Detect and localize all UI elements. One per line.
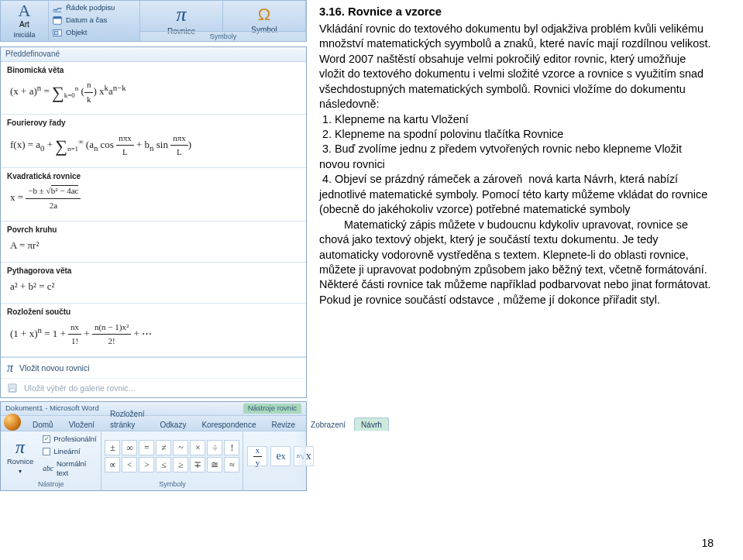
symbol-cell[interactable]: ÷: [207, 440, 222, 455]
window-header: Dokument1 - Microsoft Word Nástroje rovn…: [1, 402, 306, 416]
eq-formula: (x + a)n = ∑k=0n (nk) xkan−k: [7, 78, 300, 106]
date-time-button[interactable]: Datum a čas: [52, 15, 136, 26]
dropcap-label[interactable]: Iniciála: [13, 30, 35, 40]
checkbox-icon: [43, 448, 50, 455]
eq-formula: (1 + x)n = 1 + nx1! + n(n − 1)x²2! + ⋯: [7, 321, 300, 349]
doc-title: Dokument1 - Microsoft Word: [5, 404, 99, 414]
opt-normal-text[interactable]: abc Normální text: [43, 459, 98, 479]
pi-icon: π: [15, 438, 25, 456]
symbol-cell[interactable]: =: [139, 440, 154, 455]
eq-item-sum-expansion[interactable]: Rozložení součtu (1 + x)n = 1 + nx1! + n…: [1, 304, 306, 357]
equation-dropdown[interactable]: π Rovnice ▾: [4, 438, 36, 476]
eq-item-pythagoras[interactable]: Pythagorova věta a² + b² = c²: [1, 263, 306, 304]
symbol-cell[interactable]: ∓: [190, 457, 205, 472]
pi-icon: π: [176, 5, 186, 25]
symbol-cell[interactable]: ≤: [156, 457, 171, 472]
symbol-cell[interactable]: >: [139, 457, 154, 472]
group-tools: π Rovnice ▾ ✓ Profesionální Lineární: [1, 431, 101, 490]
tab-home[interactable]: Domů: [26, 417, 60, 431]
symbol-cell[interactable]: ∞: [122, 440, 137, 455]
group-symbols: ± ∞ = ≠ ~ × ÷ ! ∝ < > ≤ ≥: [101, 431, 243, 490]
struct-script[interactable]: ex: [270, 446, 291, 466]
tab-mailings[interactable]: Korespondence: [194, 417, 263, 431]
tab-insert[interactable]: Vložení: [62, 417, 101, 431]
insert-object-button[interactable]: Objekt: [52, 27, 136, 38]
svg-rect-2: [53, 17, 62, 19]
signature-icon: [52, 2, 63, 13]
wordart-label: Art: [19, 19, 29, 30]
calendar-icon: [52, 15, 63, 26]
checkbox-icon: ✓: [43, 435, 50, 443]
eq-formula: f(x) = a0 + ∑n=1∞ (an cos nπxL + bn sin …: [7, 132, 300, 160]
symbol-cell[interactable]: ~: [173, 440, 188, 455]
eq-formula: x = −b ± √b² − 4ac2a: [7, 184, 300, 212]
omega-icon: Ω: [258, 6, 270, 23]
gallery-footer: π Vložit novou rovnici Uložit výběr do g…: [1, 357, 306, 397]
text-insert-options: Řádek podpisu Datum a čas Objekt: [49, 1, 140, 41]
symbol-cell[interactable]: ×: [190, 440, 205, 455]
body-text: Vkládání rovnic do textového dokumentu b…: [319, 22, 714, 307]
article-body: 3.16. Rovnice a vzorce Vkládání rovnic d…: [311, 0, 743, 560]
group-structures: xy ex n√x: [243, 431, 318, 490]
symbol-cell[interactable]: ±: [105, 440, 120, 455]
object-icon: [52, 27, 63, 38]
signature-line-button[interactable]: Řádek podpisu: [52, 2, 136, 13]
wordart-dropcap-group: A Art Iniciála: [1, 1, 49, 41]
svg-rect-4: [55, 31, 58, 34]
equation-design-ribbon: Dokument1 - Microsoft Word Nástroje rovn…: [0, 401, 307, 491]
opt-linear[interactable]: Lineární: [43, 447, 98, 457]
eq-item-circle[interactable]: Povrch kruhu A = πr²: [1, 222, 306, 263]
equation-gallery: Předdefinované Binomická věta (x + a)n =…: [0, 46, 307, 398]
group-label: Symboly: [105, 479, 239, 490]
office-button[interactable]: [4, 414, 21, 431]
save-selection-to-gallery: Uložit výběr do galerie rovnic...: [1, 378, 306, 397]
insert-new-equation[interactable]: π Vložit novou rovnici: [1, 358, 306, 378]
symbols-group: π Rovnice Ω Symbol Symboly: [140, 1, 306, 41]
symbol-cell[interactable]: <: [122, 457, 137, 472]
eq-item-quadratic[interactable]: Kvadratická rovnice x = −b ± √b² − 4ac2a: [1, 168, 306, 222]
ribbon-overflow-fade: [295, 431, 306, 490]
eq-item-fourier[interactable]: Fourierovy řady f(x) = a0 + ∑n=1∞ (an co…: [1, 115, 306, 168]
symbol-cell[interactable]: ≈: [224, 457, 239, 472]
symbols-group-label: Symboly: [140, 31, 306, 41]
symbol-cell[interactable]: ≠: [156, 440, 171, 455]
group-label: Nástroje: [4, 479, 98, 490]
section-heading: 3.16. Rovnice a vzorce: [319, 5, 714, 20]
fraction-icon: xy: [247, 446, 267, 466]
opt-professional[interactable]: ✓ Profesionální: [43, 435, 98, 445]
symbol-cell[interactable]: ∝: [105, 457, 120, 472]
svg-rect-6: [10, 389, 15, 392]
eq-formula: A = πr²: [7, 238, 300, 254]
struct-fraction[interactable]: xy: [246, 446, 268, 466]
page-number: 18: [701, 536, 714, 551]
chevron-down-icon: ▾: [19, 468, 22, 476]
save-icon: [7, 383, 18, 393]
tab-review[interactable]: Revize: [264, 417, 302, 431]
symbol-cell[interactable]: ≅: [207, 457, 222, 472]
ribbon-tabs: Domů Vložení Rozložení stránky Odkazy Ko…: [1, 416, 306, 431]
tab-layout[interactable]: Rozložení stránky: [103, 407, 151, 431]
gallery-heading: Předdefinované: [1, 47, 306, 62]
script-icon: ex: [270, 446, 291, 466]
symbol-cell[interactable]: ≥: [173, 457, 188, 472]
eq-item-binomial[interactable]: Binomická věta (x + a)n = ∑k=0n (nk) xka…: [1, 62, 306, 115]
pi-icon: π: [7, 362, 13, 374]
tab-references[interactable]: Odkazy: [153, 417, 194, 431]
ribbon-insert-segment: A Art Iniciála Řádek podpisu Datum a čas: [0, 0, 307, 42]
wordart-icon[interactable]: A: [19, 2, 31, 19]
symbol-cell[interactable]: !: [224, 440, 239, 455]
eq-formula: a² + b² = c²: [7, 279, 300, 295]
contextual-title: Nástroje rovnic: [243, 404, 301, 414]
symbol-grid: ± ∞ = ≠ ~ × ÷ ! ∝ < > ≤ ≥: [105, 440, 239, 472]
